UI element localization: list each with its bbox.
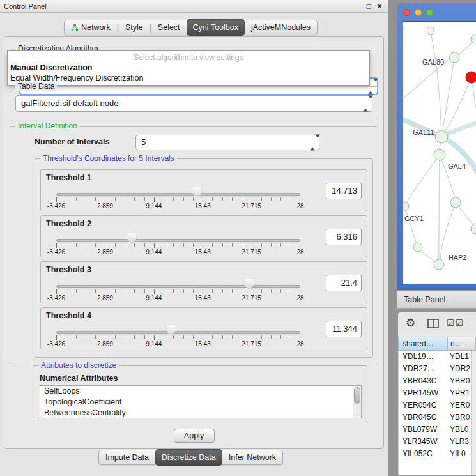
list-scrollbar[interactable]: [353, 386, 361, 418]
cell-name: YBR0: [447, 411, 471, 424]
tab-cyni-toolbox[interactable]: Cyni Toolbox: [187, 19, 245, 36]
table-data-group-title: Table Data: [15, 82, 57, 91]
scale-tick-label: 21.715: [242, 203, 261, 210]
slider-thumb-icon[interactable]: [167, 325, 176, 336]
tab-jactivemnodules[interactable]: jActiveMNodules: [245, 20, 317, 35]
table-row[interactable]: YBR045CYBR0: [399, 411, 471, 424]
columns-icon[interactable]: [427, 319, 439, 328]
table-row[interactable]: YPR145WYPR1: [399, 387, 471, 399]
table-row[interactable]: YIL052CYIL0: [399, 448, 471, 460]
scale-tick-label: 15.43: [195, 249, 211, 256]
network-node[interactable]: [434, 149, 445, 160]
cell-name: YIL0: [447, 448, 471, 460]
stepper-icon[interactable]: [363, 99, 369, 109]
table-window: ⚙ ☑ ☑ shared… n… YDL19…YDL1 YDR27…YDR2 Y…: [397, 312, 476, 476]
mac-zoom-button[interactable]: [426, 9, 433, 16]
list-item[interactable]: BetweennessCentrality: [40, 408, 361, 418]
network-view-window: GAL80 GAL11 GAL4 GCY1 HAP2: [397, 3, 476, 290]
scale-tick-label: 28: [296, 295, 303, 302]
threshold-label: Threshold 2: [46, 219, 91, 228]
table-row[interactable]: YDR27…YDR2: [399, 363, 471, 375]
slider-track[interactable]: [56, 331, 300, 334]
node-label: GCY1: [404, 215, 424, 222]
threshold-1-slider[interactable]: -3.426 2.859 9.144 15.43 21.715 28: [56, 185, 300, 211]
threshold-2-slider[interactable]: -3.426 2.859 9.144 15.43 21.715 28: [56, 231, 300, 257]
slider-track[interactable]: [56, 239, 300, 242]
tab-select[interactable]: Select: [151, 20, 187, 35]
list-item[interactable]: TopologicalCoefficient: [40, 397, 361, 408]
control-panel-window: Control Panel □ ✕ Network | Style: [0, 0, 388, 476]
threshold-1-panel: Threshold 1 -3.426 2.859 9.144 15.43: [40, 169, 367, 211]
slider-track[interactable]: [56, 193, 300, 196]
column-header-name[interactable]: n…: [448, 337, 476, 351]
network-node[interactable]: [471, 35, 476, 43]
scrollbar-thumb[interactable]: [354, 387, 360, 404]
network-node[interactable]: [434, 259, 444, 270]
mac-close-button[interactable]: [403, 9, 410, 16]
threshold-3-slider[interactable]: -3.426 2.859 9.144 15.43 21.715 28: [56, 277, 300, 303]
table-panel-title: Table Panel: [404, 291, 445, 309]
gear-icon[interactable]: ⚙: [406, 317, 415, 330]
cell-name: YPR1: [447, 387, 471, 399]
scale-tick-label: 28: [296, 341, 303, 348]
combobox-text: galFiltered.sif default node: [21, 96, 358, 111]
threshold-label: Threshold 4: [46, 311, 91, 320]
threshold-4-slider[interactable]: -3.426 2.859 9.144 15.43 21.715 28: [56, 323, 300, 349]
apply-button[interactable]: Apply: [174, 429, 215, 443]
table-data-combobox[interactable]: galFiltered.sif default node: [15, 95, 372, 112]
list-item[interactable]: SelfLoops: [40, 386, 361, 397]
network-node-selected[interactable]: [466, 72, 476, 83]
tab-label: Cyni Toolbox: [193, 19, 238, 36]
cell-name: YBL0: [447, 424, 471, 436]
threshold-2-panel: Threshold 2 -3.426 2.859 9.144 15.43: [40, 215, 367, 257]
table-header-row: shared… n…: [398, 337, 476, 351]
table-row[interactable]: YLR345WYLR3: [399, 436, 471, 448]
scale-tick-label: 15.43: [195, 295, 211, 302]
dropdown-option-manual[interactable]: Manual Discretization: [8, 63, 369, 73]
tab-style[interactable]: Style: [119, 20, 150, 35]
tab-infer-network[interactable]: Infer Network: [222, 450, 282, 464]
cell-shared-name: YER054C: [399, 399, 447, 411]
mac-minimize-button[interactable]: [415, 9, 422, 16]
checkbox-icon[interactable]: ☑: [456, 319, 463, 328]
slider-track[interactable]: [56, 285, 300, 288]
slider-thumb-icon[interactable]: [127, 233, 136, 244]
node-label: HAP2: [449, 254, 467, 261]
network-node[interactable]: [403, 202, 409, 211]
threshold-3-value-field[interactable]: 21.4: [326, 275, 362, 291]
table-row[interactable]: YBL079WYBL0: [399, 424, 471, 436]
network-node[interactable]: [435, 130, 448, 143]
threshold-1-value-field[interactable]: 14.713: [326, 183, 362, 199]
table-row[interactable]: YER054CYER0: [399, 399, 471, 411]
table-scrollbar[interactable]: [471, 351, 476, 475]
num-intervals-combobox[interactable]: 5: [135, 135, 319, 150]
restore-icon[interactable]: □: [367, 0, 371, 13]
network-canvas[interactable]: GAL80 GAL11 GAL4 GCY1 HAP2: [403, 21, 476, 284]
tab-impute-data[interactable]: Impute Data: [99, 450, 155, 464]
slider-thumb-icon[interactable]: [245, 279, 254, 290]
checkbox-icon[interactable]: ☑: [447, 319, 454, 328]
tab-label: Style: [125, 20, 143, 35]
interval-definition-group: Interval Definition Number of Intervals …: [10, 126, 378, 364]
network-node[interactable]: [449, 52, 459, 63]
network-node[interactable]: [427, 27, 434, 35]
column-header-shared-name[interactable]: shared…: [398, 337, 448, 351]
tab-discretize-data[interactable]: Discretize Data: [155, 449, 222, 466]
attributes-list: SelfLoops TopologicalCoefficient Between…: [40, 385, 362, 418]
tab-label: Select: [158, 20, 180, 35]
threshold-2-value-field[interactable]: 6.316: [326, 229, 362, 245]
stepper-icon[interactable]: [310, 138, 316, 148]
table-row[interactable]: YDL19…YDL1: [399, 351, 471, 363]
network-node[interactable]: [471, 224, 476, 234]
dropdown-placeholder: Select algorithm to view settings: [8, 52, 369, 63]
network-node[interactable]: [450, 197, 461, 208]
network-node[interactable]: [413, 243, 422, 252]
table-row[interactable]: YBR043CYBR0: [399, 375, 471, 387]
window-title: Control Panel: [4, 0, 47, 13]
threshold-4-value-field[interactable]: 11.344: [326, 321, 362, 337]
dropdown-option-equal-width[interactable]: Equal Width/Frequency Discretization: [8, 73, 369, 83]
tab-network[interactable]: Network: [65, 20, 117, 35]
threshold-label: Threshold 1: [46, 173, 91, 182]
slider-thumb-icon[interactable]: [192, 187, 201, 198]
close-icon[interactable]: ✕: [376, 0, 383, 13]
